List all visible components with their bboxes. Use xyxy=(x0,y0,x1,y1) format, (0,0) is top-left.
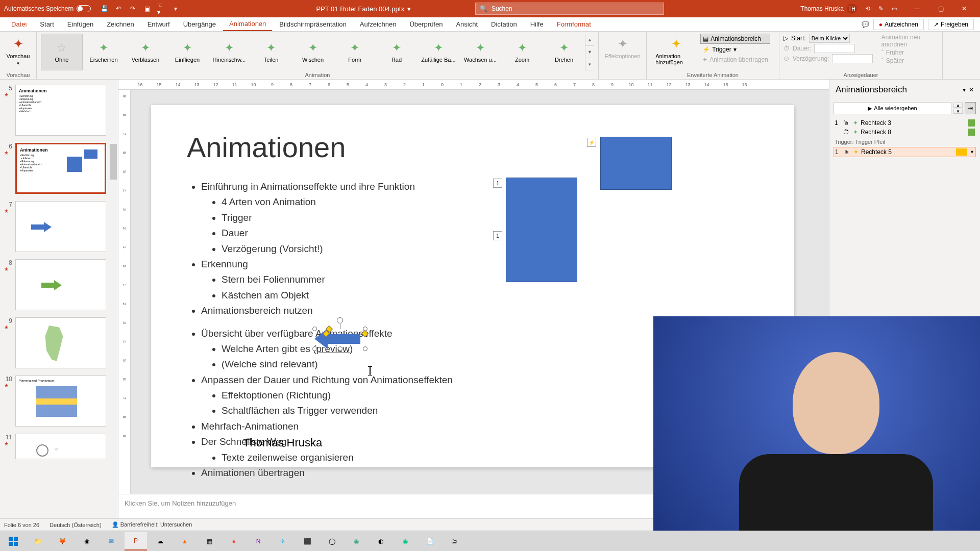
resize-handle-s[interactable] xyxy=(338,346,342,351)
tab-animations[interactable]: Animationen xyxy=(223,17,272,31)
preview-button[interactable]: ✦ Vorschau ▼ xyxy=(3,34,34,66)
chevron-down-icon[interactable]: ▼ xyxy=(970,149,974,155)
close-icon[interactable]: ✕ xyxy=(969,86,974,93)
trigger-arrow-shape[interactable] xyxy=(314,329,365,349)
start-select[interactable]: Beim Klicken xyxy=(809,34,850,43)
redo-icon[interactable]: ↷ xyxy=(129,5,137,13)
filename-label[interactable]: PPT 01 Roter Faden 004.pptx xyxy=(316,5,404,13)
thumb-slide-8[interactable] xyxy=(15,259,106,310)
move-down-button[interactable]: ▼ xyxy=(953,109,963,114)
app-icon[interactable]: ● xyxy=(223,532,245,550)
toggle-switch-icon[interactable] xyxy=(77,5,91,12)
app-icon[interactable]: ☁ xyxy=(149,532,172,550)
qat-more-icon[interactable]: ▾ xyxy=(172,5,180,13)
autosave-toggle[interactable]: Automatisches Speichern xyxy=(4,5,91,12)
thumb-slide-5[interactable]: Animationen• Einführung• Erkennung• Anim… xyxy=(15,85,106,136)
tab-file[interactable]: Datei xyxy=(5,17,33,31)
tab-shapeformat[interactable]: Formformat xyxy=(551,17,597,31)
anim-tag-bolt[interactable]: ⚡ xyxy=(587,138,596,147)
gallery-wipe[interactable]: ✦Wischen xyxy=(292,34,334,70)
start-button[interactable] xyxy=(2,532,24,550)
gallery-fade[interactable]: ✦Verblassen xyxy=(125,34,166,70)
app-icon[interactable]: 📄 xyxy=(419,532,441,550)
animation-pane-button[interactable]: ▤Animationsbereich xyxy=(700,34,770,44)
resize-handle-se[interactable] xyxy=(363,346,368,351)
slide-author[interactable]: Thomas Hruska xyxy=(243,436,322,449)
comments-icon[interactable]: 💬 xyxy=(862,21,869,28)
resize-handle-sw[interactable] xyxy=(312,346,317,351)
add-animation-button[interactable]: ✦ Animation hinzufügen xyxy=(655,34,697,65)
tab-transitions[interactable]: Übergänge xyxy=(177,17,222,31)
ribbon-display-icon[interactable]: ▭ xyxy=(892,5,897,12)
tab-insert[interactable]: Einfügen xyxy=(61,17,100,31)
edge-icon[interactable]: ◉ xyxy=(394,532,416,550)
coming-soon-icon[interactable]: ✎ xyxy=(878,5,884,12)
chrome-icon[interactable]: ◉ xyxy=(76,532,98,550)
touch-mode-icon[interactable]: ☜▾ xyxy=(157,5,165,13)
thumbs-scrollbar[interactable] xyxy=(109,80,118,518)
move-up-button[interactable]: ▲ xyxy=(953,103,963,108)
app-icon[interactable]: ◉ xyxy=(345,532,368,550)
rotation-handle[interactable] xyxy=(337,317,343,323)
seconds-view-button[interactable]: ⇥ xyxy=(965,102,976,114)
animation-gallery[interactable]: ☆Ohne ✦Erscheinen ✦Verblassen ✦Einfliege… xyxy=(41,34,594,70)
thumb-slide-7[interactable] xyxy=(15,201,106,252)
anim-item-3[interactable]: 1 🖱 ✦ Rechteck 5 ▼ xyxy=(834,147,976,157)
anim-tag-1[interactable]: 1 xyxy=(493,179,502,188)
file-explorer-icon[interactable]: 📁 xyxy=(27,532,49,550)
slide-counter[interactable]: Folie 6 von 26 xyxy=(4,522,39,528)
vlc-icon[interactable]: ▲ xyxy=(174,532,196,550)
thumb-slide-11[interactable]: ♡ xyxy=(15,434,106,459)
filename-dropdown-icon[interactable]: ▾ xyxy=(407,5,411,13)
gallery-zoom[interactable]: ✦Zoom xyxy=(501,34,543,70)
user-account[interactable]: Thomas Hruska TH xyxy=(800,4,857,14)
thumb-slide-10[interactable]: Planning and Prioritization xyxy=(15,375,106,427)
gallery-floatin[interactable]: ✦Hineinschw... xyxy=(208,34,250,70)
app-icon[interactable]: ⬛ xyxy=(296,532,318,550)
chevron-down-icon[interactable]: ▾ xyxy=(963,86,966,93)
thumb-slide-9[interactable] xyxy=(15,317,106,368)
minimize-button[interactable]: — xyxy=(905,0,929,17)
tab-view[interactable]: Ansicht xyxy=(450,17,484,31)
onenote-icon[interactable]: N xyxy=(247,532,270,550)
save-icon[interactable]: 💾 xyxy=(100,5,108,13)
gallery-scroll[interactable]: ▲▼▾ xyxy=(585,34,594,70)
scroll-handle[interactable] xyxy=(110,144,117,180)
gallery-split[interactable]: ✦Teilen xyxy=(250,34,292,70)
maximize-button[interactable]: ▢ xyxy=(929,0,952,17)
tab-start[interactable]: Start xyxy=(34,17,60,31)
app-icon[interactable]: 🗂 xyxy=(443,532,465,550)
record-button[interactable]: ●Aufzeichnen xyxy=(873,19,924,30)
language-indicator[interactable]: Deutsch (Österreich) xyxy=(50,522,101,528)
rectangle-8[interactable] xyxy=(600,137,672,190)
tab-slideshow[interactable]: Bildschirmpräsentation xyxy=(273,17,353,31)
start-timing[interactable]: ▷Start:Beim Klicken xyxy=(783,34,873,43)
telegram-icon[interactable]: ✈ xyxy=(272,532,294,550)
tab-review[interactable]: Überprüfen xyxy=(403,17,449,31)
tab-draw[interactable]: Zeichnen xyxy=(101,17,140,31)
gallery-random[interactable]: ✦Zufällige Ba... xyxy=(418,34,459,70)
rectangle-3[interactable] xyxy=(506,178,577,282)
slide-title[interactable]: Animationen xyxy=(187,131,758,164)
resize-handle-nw[interactable] xyxy=(312,327,317,331)
slide-thumbnails[interactable]: 5★Animationen• Einführung• Erkennung• An… xyxy=(0,80,118,518)
gallery-flyin[interactable]: ✦Einfliegen xyxy=(166,34,208,70)
gallery-grow[interactable]: ✦Wachsen u... xyxy=(459,34,501,70)
gallery-none[interactable]: ☆Ohne xyxy=(41,34,83,70)
gallery-appear[interactable]: ✦Erscheinen xyxy=(83,34,125,70)
tab-record[interactable]: Aufzeichnen xyxy=(354,17,403,31)
tab-dictation[interactable]: Dictation xyxy=(485,17,523,31)
play-all-button[interactable]: ▶Alle wiedergeben xyxy=(834,102,951,114)
thumb-slide-6[interactable]: Animationen• Einführung • 4 Arten• Erken… xyxy=(15,143,106,194)
anim-item-2[interactable]: ⏱ ✦ Rechteck 8 xyxy=(834,128,976,137)
search-box[interactable]: 🔍 Suchen xyxy=(475,3,664,15)
gallery-shape[interactable]: ✦Form xyxy=(334,34,376,70)
app-icon[interactable]: ◐ xyxy=(370,532,392,550)
firefox-icon[interactable]: 🦊 xyxy=(51,532,74,550)
powerpoint-icon[interactable]: P xyxy=(125,532,147,550)
outlook-icon[interactable]: ✉ xyxy=(100,532,122,550)
tab-help[interactable]: Hilfe xyxy=(524,17,550,31)
accessibility-checker[interactable]: 👤 Barrierefreiheit: Untersuchen xyxy=(112,521,192,528)
anim-tag-2[interactable]: 1 xyxy=(493,231,502,240)
anim-item-1[interactable]: 1 🖱 ✦ Rechteck 3 xyxy=(834,118,976,128)
